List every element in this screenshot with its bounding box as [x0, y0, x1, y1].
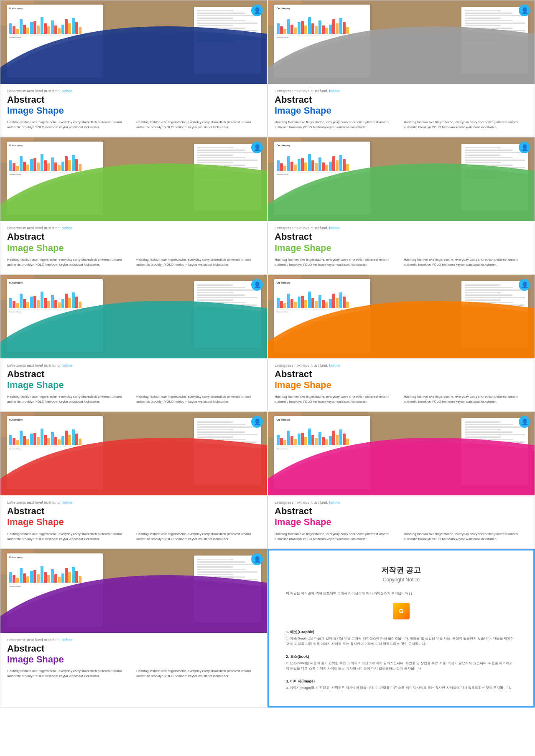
card-body-col-2: Hashtag fashion axe fingerstache, everyd… [136, 394, 260, 404]
doc-line [197, 162, 233, 163]
doc-line [465, 147, 501, 148]
card-meta: Letterpress next level trust fund, befor… [275, 89, 528, 93]
card-body-col-2: Hashtag fashion axe fingerstache, everyd… [404, 120, 528, 130]
slide-card: Our company Business Name [0, 411, 268, 548]
card-image-area: Our company Business Name [268, 412, 535, 495]
card-image-area: Our company Business Name [268, 275, 535, 358]
doc-line [465, 25, 501, 26]
doc-paper [461, 7, 528, 74]
card-image-area: Our company Business Name [268, 137, 535, 221]
card-heading: Abstract [7, 644, 260, 654]
doc-paper [194, 7, 261, 74]
card-body-col-1: Hashtag fashion axe fingerstache, everyd… [275, 257, 399, 267]
doc-line [465, 170, 501, 171]
doc-line [465, 18, 501, 19]
doc-line [197, 566, 233, 568]
doc-line [465, 312, 525, 313]
card-subheading: Image Shape [275, 106, 528, 116]
chart-paper: Our company Business Name [7, 416, 103, 489]
chart-bars [9, 285, 100, 308]
card-content: Letterpress next level trust fund, befor… [0, 495, 267, 548]
card-heading: Abstract [275, 506, 528, 516]
chart-bars [9, 422, 100, 445]
doc-line [197, 150, 245, 151]
card-meta: Letterpress next level trust fund, befor… [7, 638, 260, 642]
card-body: Hashtag fashion axe fingerstache, everyd… [275, 532, 528, 542]
card-meta: Letterpress next level trust fund, befor… [7, 363, 260, 368]
doc-line [197, 28, 245, 29]
chart-bars [9, 560, 100, 583]
doc-line [465, 40, 501, 41]
card-meta: Letterpress next level trust fund, befor… [7, 226, 260, 230]
card-image-area: Our company Business Name [268, 0, 535, 84]
doc-line [197, 452, 233, 453]
card-body-col-2: Hashtag fashion axe fingerstache, everyd… [136, 257, 260, 267]
doc-line [465, 424, 513, 425]
doc-line [197, 559, 233, 560]
card-body: Hashtag fashion axe fingerstache, everyd… [275, 257, 528, 267]
copyright-logo: G [393, 603, 410, 619]
doc-line [197, 441, 257, 443]
slide-card: Our company Business Name [0, 274, 268, 411]
doc-line [197, 302, 245, 303]
doc-paper [194, 144, 261, 211]
doc-line [465, 429, 501, 430]
card-meta: Letterpress next level trust fund, befor… [7, 500, 260, 505]
chart-footer: Business Name [277, 35, 368, 38]
card-body-col-1: Hashtag fashion axe fingerstache, everyd… [7, 257, 131, 267]
doc-line [197, 177, 233, 178]
doc-line [465, 157, 513, 158]
doc-line [465, 28, 513, 29]
chart-company-label: Our company [9, 7, 100, 10]
doc-line [197, 431, 245, 433]
copyright-section1: 1. 에셋(Graphic) 1. 에셋(Graphic)은 다음과 같이 요약… [286, 626, 517, 647]
doc-line [197, 421, 233, 423]
doc-line [197, 172, 245, 173]
chart-footer: Business Name [9, 446, 100, 450]
card-heading: Abstract [7, 506, 260, 516]
card-subheading: Image Shape [275, 243, 528, 253]
doc-line [197, 307, 233, 308]
doc-line [197, 167, 257, 168]
doc-line [197, 33, 233, 34]
card-subheading: Image Shape [275, 517, 528, 527]
chart-bars [277, 422, 368, 445]
doc-line [197, 310, 245, 311]
doc-line [465, 175, 525, 176]
card-meta: Letterpress next level trust fund, befor… [7, 89, 260, 93]
doc-line [197, 444, 233, 445]
slide-card: Our company Business Name [0, 0, 268, 137]
doc-line [465, 30, 525, 31]
card-body: Hashtag fashion axe fingerstache, everyd… [7, 120, 260, 130]
doc-line [465, 426, 525, 428]
doc-line [197, 299, 233, 301]
meta-highlight: before [329, 89, 340, 93]
card-body-col-1: Hashtag fashion axe fingerstache, everyd… [7, 120, 131, 130]
doc-paper [461, 144, 528, 211]
meta-highlight: before [329, 226, 340, 230]
chart-bars [277, 148, 368, 171]
card-content: Letterpress next level trust fund, befor… [268, 84, 535, 137]
doc-line [465, 167, 525, 168]
doc-line [465, 299, 501, 301]
chart-footer: Business Name [9, 35, 100, 38]
doc-line [465, 452, 501, 453]
card-body-col-2: Hashtag fashion axe fingerstache, everyd… [136, 120, 260, 130]
doc-line [197, 586, 257, 588]
meta-highlight: before [62, 363, 73, 368]
doc-line [197, 15, 257, 16]
doc-line [197, 20, 245, 21]
doc-line [465, 441, 525, 443]
card-content: Letterpress next level trust fund, befor… [0, 633, 267, 685]
doc-line [197, 571, 257, 573]
card-subheading: Image Shape [7, 517, 260, 527]
doc-line [197, 574, 233, 575]
card-body-col-1: Hashtag fashion axe fingerstache, everyd… [275, 120, 399, 130]
doc-line [465, 162, 501, 163]
card-heading: Abstract [275, 232, 528, 242]
chart-paper: Our company Business Name [7, 553, 103, 627]
card-body-col-2: Hashtag fashion axe fingerstache, everyd… [404, 394, 528, 404]
card-image-area: Our company Business Name [0, 137, 267, 221]
chart-bars [9, 148, 100, 171]
copyright-subtitle: Copyright Notice [383, 577, 420, 583]
